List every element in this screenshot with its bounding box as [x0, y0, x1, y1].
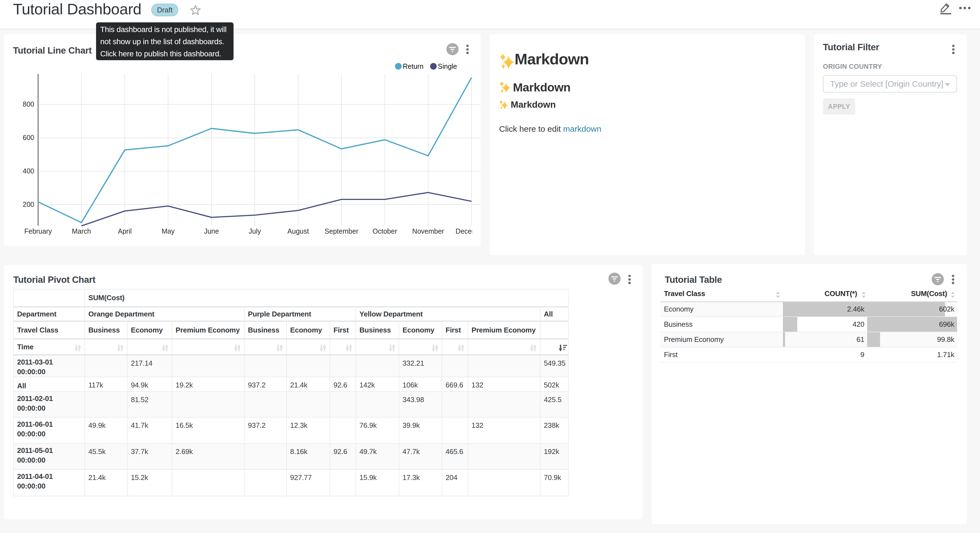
svg-text:November: November [412, 227, 444, 235]
svg-text:December: December [455, 227, 480, 235]
svg-text:200: 200 [23, 201, 34, 208]
svg-text:April: April [118, 227, 132, 235]
svg-text:July: July [249, 227, 261, 235]
svg-text:February: February [24, 227, 52, 235]
svg-text:August: August [287, 227, 309, 235]
svg-text:June: June [204, 227, 219, 235]
svg-text:400: 400 [23, 167, 34, 175]
svg-text:September: September [325, 227, 358, 235]
svg-text:Single: Single [438, 62, 457, 70]
svg-text:800: 800 [23, 100, 34, 108]
svg-text:600: 600 [23, 134, 34, 141]
svg-text:Return: Return [403, 62, 423, 70]
svg-text:May: May [161, 227, 175, 235]
svg-text:October: October [373, 227, 397, 235]
svg-text:March: March [72, 227, 91, 235]
